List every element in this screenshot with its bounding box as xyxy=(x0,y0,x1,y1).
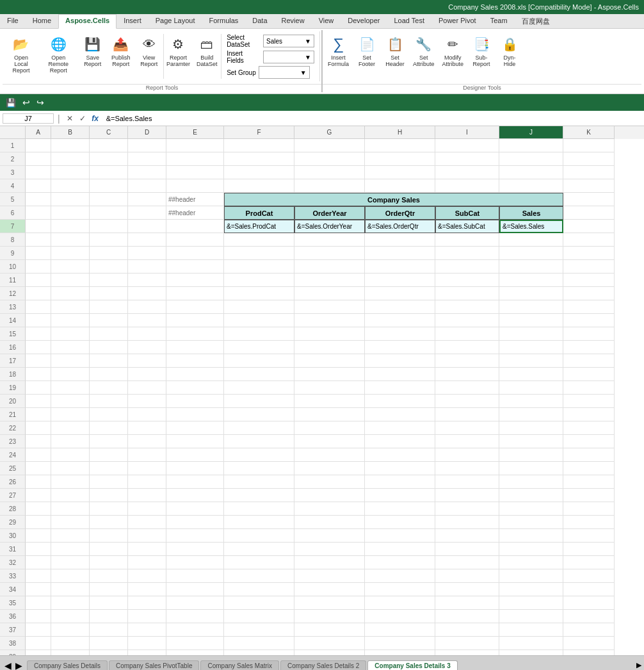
cell-D10[interactable] xyxy=(128,260,166,274)
cell-B29[interactable] xyxy=(51,516,90,529)
cell-J25[interactable] xyxy=(499,462,563,475)
insert-fields-dropdown[interactable]: ▼ xyxy=(263,51,314,63)
cell-C28[interactable] xyxy=(90,502,128,516)
cell-E28[interactable] xyxy=(166,502,224,516)
cell-I14[interactable] xyxy=(435,314,499,327)
cell-I31[interactable] xyxy=(435,543,499,556)
cell-C19[interactable] xyxy=(90,381,128,395)
report-parameter-button[interactable]: ⚙ ReportParamter xyxy=(164,31,193,81)
cell-C31[interactable] xyxy=(90,543,128,556)
cell-G27[interactable] xyxy=(294,489,365,502)
cell-B36[interactable] xyxy=(51,610,90,623)
cell-E8[interactable] xyxy=(166,233,224,247)
cell-F34[interactable] xyxy=(224,583,294,596)
cell-I8[interactable] xyxy=(435,233,499,247)
cell-F8[interactable] xyxy=(224,233,294,247)
cell-J30[interactable] xyxy=(499,529,563,543)
cell-G3[interactable] xyxy=(294,166,365,179)
cell-C12[interactable] xyxy=(90,287,128,300)
cell-A39[interactable] xyxy=(26,650,51,655)
cell-I37[interactable] xyxy=(435,623,499,637)
cell-I2[interactable] xyxy=(435,152,499,166)
cell-C1[interactable] xyxy=(90,139,128,152)
qa-undo-button[interactable]: ↩ xyxy=(20,97,32,108)
cell-C24[interactable] xyxy=(90,448,128,462)
cell-H23[interactable] xyxy=(365,435,435,448)
cell-B23[interactable] xyxy=(51,435,90,448)
cell-I19[interactable] xyxy=(435,381,499,395)
cell-J18[interactable] xyxy=(499,368,563,381)
cell-A33[interactable] xyxy=(26,569,51,583)
cell-K24[interactable] xyxy=(563,448,615,462)
cell-E29[interactable] xyxy=(166,516,224,529)
open-remote-report-button[interactable]: 🌐 Open RemoteReport xyxy=(38,31,79,81)
cell-E7[interactable] xyxy=(166,220,224,233)
cell-E22[interactable] xyxy=(166,421,224,435)
cell-G37[interactable] xyxy=(294,623,365,637)
cell-D19[interactable] xyxy=(128,381,166,395)
cell-C8[interactable] xyxy=(90,233,128,247)
tab-data[interactable]: Data xyxy=(245,14,274,28)
cell-G2[interactable] xyxy=(294,152,365,166)
cell-I13[interactable] xyxy=(435,300,499,314)
cell-G6-orderyear[interactable]: OrderYear xyxy=(294,206,365,220)
cell-C13[interactable] xyxy=(90,300,128,314)
cell-A24[interactable] xyxy=(26,448,51,462)
cell-C6[interactable] xyxy=(90,206,128,220)
cell-I17[interactable] xyxy=(435,354,499,368)
set-footer-button[interactable]: 📄 SetFooter xyxy=(353,31,381,81)
cell-J36[interactable] xyxy=(499,610,563,623)
cell-J3[interactable] xyxy=(499,166,563,179)
col-header-F[interactable]: F xyxy=(224,126,294,139)
cell-K39[interactable] xyxy=(563,650,615,655)
cell-H36[interactable] xyxy=(365,610,435,623)
cell-G18[interactable] xyxy=(294,368,365,381)
cell-K33[interactable] xyxy=(563,569,615,583)
cell-C27[interactable] xyxy=(90,489,128,502)
cell-F22[interactable] xyxy=(224,421,294,435)
qa-save-button[interactable]: 💾 xyxy=(4,97,18,108)
cell-E38[interactable] xyxy=(166,637,224,650)
cell-B38[interactable] xyxy=(51,637,90,650)
cell-A19[interactable] xyxy=(26,381,51,395)
cell-J27[interactable] xyxy=(499,489,563,502)
cell-I1[interactable] xyxy=(435,139,499,152)
cell-G39[interactable] xyxy=(294,650,365,655)
cell-C26[interactable] xyxy=(90,475,128,489)
cell-K10[interactable] xyxy=(563,260,615,274)
cell-J4[interactable] xyxy=(499,179,563,193)
cell-A20[interactable] xyxy=(26,395,51,408)
cell-F38[interactable] xyxy=(224,637,294,650)
cell-K5[interactable] xyxy=(563,193,615,206)
cell-B12[interactable] xyxy=(51,287,90,300)
cell-K30[interactable] xyxy=(563,529,615,543)
tab-page-layout[interactable]: Page Layout xyxy=(149,14,202,28)
cell-C21[interactable] xyxy=(90,408,128,421)
cell-H1[interactable] xyxy=(365,139,435,152)
cell-H33[interactable] xyxy=(365,569,435,583)
cell-F25[interactable] xyxy=(224,462,294,475)
cell-D8[interactable] xyxy=(128,233,166,247)
cell-E17[interactable] xyxy=(166,354,224,368)
cell-K25[interactable] xyxy=(563,462,615,475)
sheet-tab-company-sales-details-3[interactable]: Company Sales Details 3 xyxy=(367,660,457,670)
cell-G24[interactable] xyxy=(294,448,365,462)
cell-E6[interactable]: ##header xyxy=(166,206,224,220)
cell-E1[interactable] xyxy=(166,139,224,152)
modify-attribute-button[interactable]: ✏ ModifyAttribute xyxy=(439,31,468,81)
cell-B7[interactable] xyxy=(51,220,90,233)
cell-J31[interactable] xyxy=(499,543,563,556)
cell-F9[interactable] xyxy=(224,247,294,260)
cell-G31[interactable] xyxy=(294,543,365,556)
cell-K16[interactable] xyxy=(563,341,615,354)
cell-I16[interactable] xyxy=(435,341,499,354)
cell-K13[interactable] xyxy=(563,300,615,314)
cell-F7-data[interactable]: &=Sales.ProdCat xyxy=(224,220,294,233)
cell-H7-data[interactable]: &=Sales.OrderQtr xyxy=(365,220,435,233)
cell-C10[interactable] xyxy=(90,260,128,274)
cell-A23[interactable] xyxy=(26,435,51,448)
cell-F13[interactable] xyxy=(224,300,294,314)
cell-B19[interactable] xyxy=(51,381,90,395)
cell-D15[interactable] xyxy=(128,327,166,341)
cell-D18[interactable] xyxy=(128,368,166,381)
